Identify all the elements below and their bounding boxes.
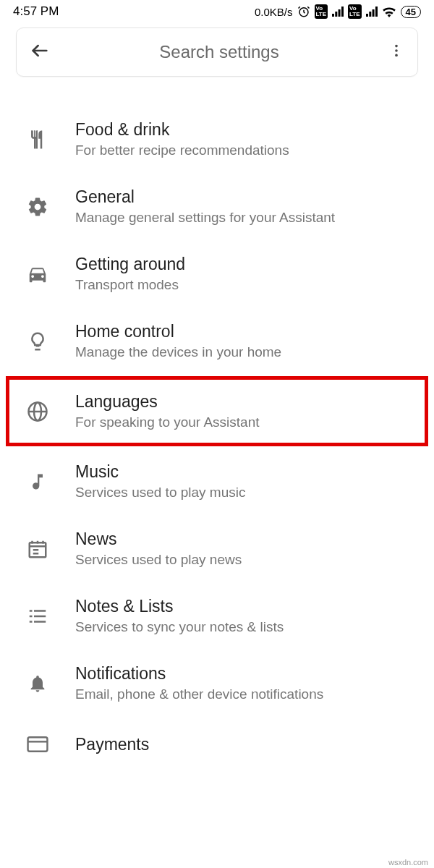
item-title: Food & drink (75, 120, 289, 140)
status-time: 4:57 PM (13, 4, 59, 19)
food-icon (25, 127, 51, 153)
globe-icon (25, 399, 51, 425)
card-icon (25, 731, 51, 757)
item-title: Notifications (75, 664, 323, 684)
news-icon (25, 536, 51, 562)
svg-point-4 (395, 54, 398, 57)
item-getting-around[interactable]: Getting around Transport modes (0, 240, 434, 307)
bell-icon (25, 671, 51, 697)
item-sub: Services to sync your notes & lists (75, 619, 284, 635)
item-sub: For better recipe recommendations (75, 142, 289, 158)
item-news[interactable]: News Services used to play news (0, 515, 434, 582)
svg-rect-19 (34, 615, 46, 617)
status-net-speed: 0.0KB/s (255, 6, 293, 18)
item-title: Languages (75, 392, 260, 412)
item-title: General (75, 187, 335, 207)
item-music[interactable]: Music Services used to play music (0, 448, 434, 515)
item-title: Home control (75, 322, 281, 341)
item-notifications[interactable]: Notifications Email, phone & other devic… (0, 650, 434, 717)
back-icon[interactable] (30, 41, 50, 64)
item-sub: Manage the devices in your home (75, 344, 281, 360)
item-title: News (75, 529, 242, 549)
item-title: Getting around (75, 255, 185, 274)
status-right: 0.0KB/s VoLTE VoLTE 45 (255, 4, 421, 19)
item-food-drink[interactable]: Food & drink For better recipe recommend… (0, 106, 434, 173)
volte-icon-1: VoLTE (315, 4, 328, 19)
item-notes-lists[interactable]: Notes & Lists Services to sync your note… (0, 582, 434, 650)
item-languages[interactable]: Languages For speaking to your Assistant (0, 375, 434, 448)
svg-rect-17 (30, 621, 33, 623)
svg-point-2 (395, 45, 398, 48)
search-placeholder: Search settings (50, 42, 388, 62)
item-title: Notes & Lists (75, 597, 284, 616)
svg-rect-16 (30, 615, 33, 617)
item-sub: Email, phone & other device notification… (75, 686, 323, 702)
item-home-control[interactable]: Home control Manage the devices in your … (0, 307, 434, 375)
svg-rect-20 (34, 621, 46, 623)
wifi-icon (382, 6, 396, 17)
signal-icon-1 (332, 7, 344, 17)
item-sub: Manage general settings for your Assista… (75, 210, 335, 226)
bulb-icon (25, 328, 51, 354)
item-sub: Services used to play music (75, 485, 246, 501)
car-icon (25, 261, 51, 287)
music-icon (25, 469, 51, 495)
svg-rect-21 (28, 737, 48, 752)
search-bar[interactable]: Search settings (16, 27, 418, 77)
list-icon (25, 603, 51, 629)
more-icon[interactable] (388, 43, 404, 61)
gear-icon (25, 194, 51, 220)
item-sub: Services used to play news (75, 552, 242, 568)
battery-indicator: 45 (401, 6, 421, 18)
svg-rect-15 (30, 610, 33, 612)
item-title: Payments (75, 735, 149, 754)
item-title: Music (75, 462, 246, 482)
item-general[interactable]: General Manage general settings for your… (0, 173, 434, 240)
item-payments[interactable]: Payments (0, 717, 434, 762)
item-sub: For speaking to your Assistant (75, 414, 260, 430)
watermark: wsxdn.com (388, 858, 428, 867)
svg-rect-18 (34, 610, 46, 612)
settings-list: Food & drink For better recipe recommend… (0, 77, 434, 762)
status-bar: 4:57 PM 0.0KB/s VoLTE VoLTE 45 (0, 0, 434, 22)
signal-icon-2 (366, 7, 378, 17)
svg-point-3 (395, 49, 398, 52)
volte-icon-2: VoLTE (348, 4, 362, 19)
item-sub: Transport modes (75, 277, 185, 293)
alarm-icon (297, 5, 310, 18)
